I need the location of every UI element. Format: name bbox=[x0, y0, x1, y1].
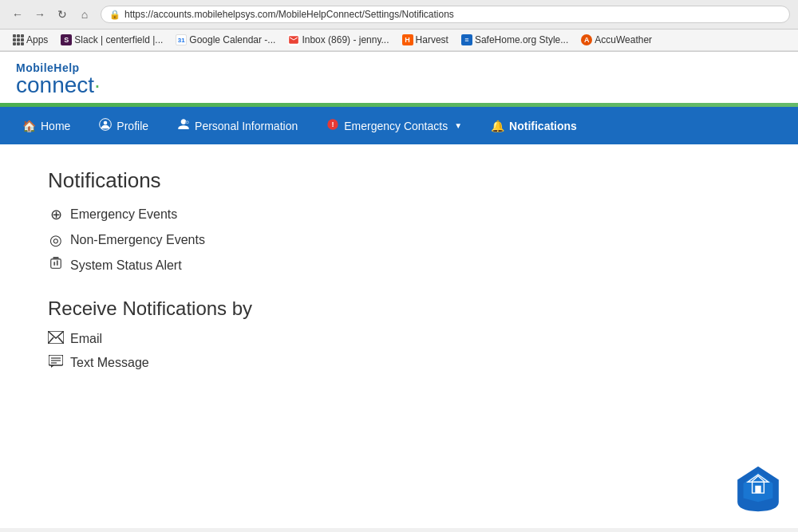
bell-icon: 🔔 bbox=[491, 120, 504, 132]
notification-events-list: ⊕ Emergency Events ◎ Non-Emergency Event… bbox=[48, 206, 750, 274]
list-item-text-message: Text Message bbox=[48, 355, 750, 371]
page-wrapper: MobileHelp connect· 🏠 Home Profile bbox=[0, 52, 798, 528]
list-item-system-status: System Status Alert bbox=[48, 257, 750, 274]
forward-button[interactable]: → bbox=[30, 5, 49, 24]
notification-events-section: ⊕ Emergency Events ◎ Non-Emergency Event… bbox=[48, 206, 750, 274]
reload-button[interactable]: ↻ bbox=[53, 5, 72, 24]
nav-notifications-label: Notifications bbox=[509, 120, 577, 132]
browser-toolbar: ← → ↻ ⌂ 🔒 https://accounts.mobilehelpsys… bbox=[0, 0, 798, 30]
non-emergency-events-icon: ◎ bbox=[48, 231, 64, 249]
emergency-events-label: Emergency Events bbox=[70, 207, 177, 222]
receive-notifications-subtitle: Receive Notifications by bbox=[48, 298, 750, 320]
url-text: https://accounts.mobilehelpsys.com/Mobil… bbox=[124, 9, 454, 20]
address-bar[interactable]: 🔒 https://accounts.mobilehelpsys.com/Mob… bbox=[101, 6, 790, 23]
non-emergency-events-label: Non-Emergency Events bbox=[70, 233, 205, 247]
bookmark-apps[interactable]: Apps bbox=[8, 33, 53, 47]
content-area: Notifications ⊕ Emergency Events ◎ Non-E… bbox=[0, 144, 798, 411]
emergency-events-icon: ⊕ bbox=[48, 206, 64, 223]
bookmark-slack[interactable]: S Slack | centerfield |... bbox=[56, 33, 168, 47]
notification-channels-list: Email Text Message bbox=[48, 331, 750, 371]
email-label: Email bbox=[70, 332, 102, 346]
bottom-right-logo bbox=[734, 465, 782, 516]
house-shield-icon bbox=[734, 465, 782, 513]
system-status-label: System Status Alert bbox=[70, 258, 182, 273]
logo-mobilehelp: MobileHelp bbox=[16, 61, 782, 74]
list-item-non-emergency-events: ◎ Non-Emergency Events bbox=[48, 231, 750, 249]
list-item-email: Email bbox=[48, 331, 750, 347]
nav-profile[interactable]: Profile bbox=[85, 107, 163, 144]
system-status-icon bbox=[48, 257, 64, 274]
browser-chrome: ← → ↻ ⌂ 🔒 https://accounts.mobilehelpsys… bbox=[0, 0, 798, 52]
bookmark-gmail-label: Inbox (869) - jenny... bbox=[302, 34, 389, 45]
harvest-icon: H bbox=[402, 34, 413, 45]
nav-emergency-contacts-label: Emergency Contacts bbox=[344, 120, 448, 132]
gcal-icon: 31 bbox=[176, 34, 187, 45]
bookmark-gcal-label: Google Calendar -... bbox=[189, 34, 275, 45]
user-add-icon bbox=[177, 118, 190, 133]
back-button[interactable]: ← bbox=[8, 5, 27, 24]
svg-rect-22 bbox=[755, 486, 760, 493]
svg-text:!: ! bbox=[332, 120, 334, 128]
bookmark-harvest-label: Harvest bbox=[416, 34, 448, 45]
bookmark-accuweather[interactable]: A AccuWeather bbox=[576, 33, 657, 47]
bookmark-slack-label: Slack | centerfield |... bbox=[74, 34, 163, 45]
bookmark-apps-label: Apps bbox=[26, 34, 48, 45]
text-message-icon bbox=[48, 355, 64, 371]
bookmark-safehome-label: SafeHome.org Style... bbox=[475, 34, 568, 45]
home-icon: 🏠 bbox=[22, 120, 36, 132]
email-icon bbox=[48, 331, 64, 347]
chevron-down-icon: ▼ bbox=[454, 121, 462, 130]
user-circle-icon bbox=[99, 118, 112, 133]
nav-personal-info-label: Personal Information bbox=[195, 120, 298, 132]
home-button[interactable]: ⌂ bbox=[75, 5, 94, 24]
exclamation-icon: ! bbox=[326, 118, 339, 133]
svg-rect-10 bbox=[57, 261, 58, 266]
logo-area: MobileHelp connect· bbox=[0, 52, 798, 103]
nav-home[interactable]: 🏠 Home bbox=[8, 107, 85, 144]
page-title: Notifications bbox=[48, 168, 750, 193]
nav-emergency-contacts[interactable]: ! Emergency Contacts ▼ bbox=[312, 107, 476, 144]
svg-point-1 bbox=[104, 121, 108, 125]
apps-icon bbox=[13, 34, 24, 45]
navbar: 🏠 Home Profile Perso bbox=[0, 107, 798, 144]
bookmarks-bar: Apps S Slack | centerfield |... 31 Googl… bbox=[0, 30, 798, 51]
logo-connect: connect· bbox=[16, 74, 782, 97]
svg-rect-8 bbox=[51, 259, 61, 269]
svg-rect-9 bbox=[53, 262, 55, 266]
lock-icon: 🔒 bbox=[109, 10, 120, 20]
svg-line-12 bbox=[48, 337, 53, 344]
nav-home-label: Home bbox=[41, 120, 70, 132]
nav-profile-label: Profile bbox=[117, 120, 148, 132]
bookmark-accuweather-label: AccuWeather bbox=[595, 34, 652, 45]
nav-notifications[interactable]: 🔔 Notifications bbox=[476, 107, 591, 144]
safehome-icon: ≡ bbox=[461, 34, 472, 45]
bookmark-harvest[interactable]: H Harvest bbox=[397, 33, 453, 47]
bookmark-gcal[interactable]: 31 Google Calendar -... bbox=[171, 33, 280, 47]
slack-icon: S bbox=[61, 34, 72, 45]
bookmark-gmail[interactable]: Inbox (869) - jenny... bbox=[283, 33, 393, 47]
accuweather-icon: A bbox=[581, 34, 592, 45]
gmail-icon bbox=[288, 34, 299, 45]
nav-personal-info[interactable]: Personal Information bbox=[163, 107, 312, 144]
text-message-label: Text Message bbox=[70, 356, 149, 370]
svg-line-13 bbox=[58, 337, 64, 344]
nav-buttons: ← → ↻ ⌂ bbox=[8, 5, 94, 24]
bookmark-safehome[interactable]: ≡ SafeHome.org Style... bbox=[456, 33, 573, 47]
list-item-emergency-events: ⊕ Emergency Events bbox=[48, 206, 750, 223]
